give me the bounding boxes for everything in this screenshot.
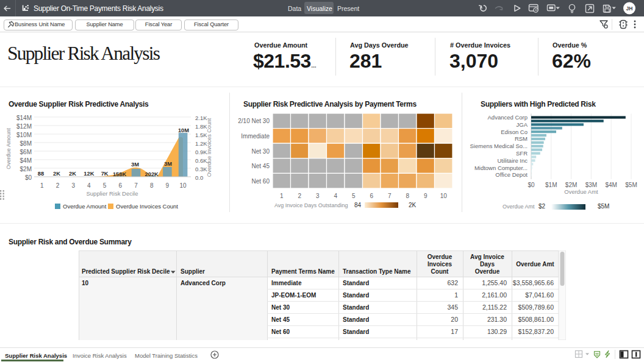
svg-text:8: 8 [150, 182, 154, 189]
svg-text:5: 5 [103, 182, 107, 189]
svg-text:10M: 10M [178, 127, 189, 133]
svg-text:SFR: SFR [516, 150, 528, 157]
svg-text:Overdue Invoices Count: Overdue Invoices Count [206, 118, 212, 177]
svg-text:2K: 2K [53, 171, 60, 177]
svg-text:Net 45: Net 45 [252, 163, 270, 169]
svg-text:Standard: Standard [343, 292, 369, 299]
svg-text:Invoices: Invoices [428, 261, 452, 268]
svg-text:4: 4 [87, 182, 91, 189]
svg-text:Overdue Invoices Count: Overdue Invoices Count [116, 203, 178, 210]
svg-text:6: 6 [119, 182, 123, 189]
svg-text:$12M: $12M [16, 123, 32, 130]
svg-text:88: 88 [38, 171, 44, 177]
svg-text:Edison Co: Edison Co [501, 129, 528, 135]
svg-text:Net 60: Net 60 [271, 328, 290, 335]
svg-text:12K: 12K [84, 171, 94, 177]
svg-text:$4M: $4M [20, 157, 32, 164]
svg-text:Supplier: Supplier [181, 268, 205, 275]
svg-text:Overdue Amount: Overdue Amount [5, 128, 12, 169]
svg-text:1: 1 [40, 182, 44, 189]
svg-text:6: 6 [370, 193, 373, 199]
svg-text:$7,041.60: $7,041.60 [525, 291, 554, 299]
svg-text:1: 1 [454, 291, 458, 299]
svg-text:7: 7 [388, 193, 392, 199]
svg-text:Payment Terms Name: Payment Terms Name [271, 268, 335, 275]
svg-text:$6M: $6M [20, 149, 32, 155]
svg-text:$5M: $5M [625, 182, 637, 188]
svg-text:9: 9 [424, 193, 428, 199]
svg-text:17: 17 [451, 328, 458, 335]
svg-text:Net 45: Net 45 [271, 316, 290, 323]
svg-text:$2: $2 [538, 203, 546, 210]
svg-text:3M: 3M [131, 161, 139, 168]
svg-text:Overdue: Overdue [428, 254, 453, 260]
svg-text:Overdue Amt: Overdue Amt [564, 188, 598, 195]
svg-text:632: 632 [447, 279, 458, 286]
svg-text:20: 20 [451, 316, 458, 323]
svg-text:202K: 202K [145, 171, 159, 177]
svg-text:$10M: $10M [16, 132, 32, 138]
svg-text:Immediate: Immediate [271, 280, 302, 286]
svg-text:Days: Days [480, 261, 495, 268]
svg-text:345: 345 [447, 303, 458, 311]
svg-text:$0: $0 [25, 174, 32, 181]
svg-text:8: 8 [406, 193, 409, 199]
svg-text:Utilitaire Inc: Utilitaire Inc [497, 157, 528, 164]
svg-text:Advanced Corp: Advanced Corp [181, 280, 226, 286]
svg-text:3M: 3M [164, 161, 172, 167]
svg-text:Overdue Amt: Overdue Amt [516, 261, 554, 268]
svg-text:2,115.22: 2,115.22 [482, 303, 507, 311]
svg-text:Immediate: Immediate [241, 133, 270, 140]
svg-text:3: 3 [72, 182, 76, 189]
svg-text:Net 30: Net 30 [252, 148, 270, 155]
svg-text:3: 3 [316, 193, 320, 199]
svg-text:Office Depot: Office Depot [495, 171, 528, 178]
svg-text:158K: 158K [113, 171, 127, 177]
svg-text:Standard: Standard [343, 316, 369, 323]
svg-text:Standard: Standard [343, 328, 369, 335]
svg-text:84: 84 [354, 202, 362, 208]
svg-text:Supplier Risk Decile: Supplier Risk Decile [86, 190, 138, 197]
svg-text:JP-EOM-1-EOM: JP-EOM-1-EOM [271, 292, 316, 299]
svg-text:1,255.40: 1,255.40 [482, 279, 507, 286]
svg-text:2K: 2K [409, 202, 417, 208]
svg-text:4: 4 [334, 193, 337, 199]
svg-text:Avg Invoice Days Outstanding: Avg Invoice Days Outstanding [274, 202, 348, 208]
svg-text:$0: $0 [528, 182, 535, 188]
svg-text:231.30: 231.30 [487, 316, 507, 323]
svg-text:7K: 7K [101, 171, 109, 177]
svg-text:Standard: Standard [343, 304, 369, 311]
svg-text:$5M: $5M [598, 203, 609, 210]
svg-text:$3M: $3M [585, 182, 597, 188]
svg-text:2/10 Net 30: 2/10 Net 30 [238, 118, 270, 124]
svg-text:Standard: Standard [343, 280, 369, 286]
svg-text:Count: Count [431, 268, 449, 275]
svg-text:2,161.00: 2,161.00 [482, 291, 507, 299]
svg-text:Net 30: Net 30 [271, 304, 290, 311]
svg-text:Avg Invoice: Avg Invoice [470, 254, 504, 260]
svg-text:10: 10 [82, 280, 89, 286]
svg-text:Transaction Type Name: Transaction Type Name [343, 268, 411, 275]
svg-text:5: 5 [352, 193, 356, 199]
svg-text:$152,837.20: $152,837.20 [518, 328, 554, 335]
svg-text:$14M: $14M [16, 115, 32, 121]
svg-text:$8M: $8M [20, 140, 32, 147]
svg-text:2: 2 [298, 193, 301, 199]
svg-text:JH: JH [626, 5, 633, 12]
svg-text:Net 60: Net 60 [252, 178, 270, 185]
svg-text:1: 1 [280, 193, 284, 199]
svg-text:10: 10 [180, 182, 187, 189]
svg-text:9: 9 [166, 182, 170, 189]
svg-text:$509,789.60: $509,789.60 [518, 303, 554, 311]
svg-text:Overdue: Overdue [475, 268, 500, 275]
svg-text:Siemens Medical So...: Siemens Medical So... [470, 143, 528, 149]
svg-text:Midtown Computer...: Midtown Computer... [474, 165, 528, 171]
svg-text:Overdue Amount: Overdue Amount [63, 203, 107, 210]
svg-text:7: 7 [134, 182, 138, 189]
svg-text:$3,558,965.66: $3,558,965.66 [513, 279, 554, 286]
svg-text:$2M: $2M [20, 166, 32, 172]
svg-text:Advanced Corp: Advanced Corp [488, 114, 528, 121]
svg-text:$508,861.00: $508,861.00 [518, 316, 554, 323]
svg-text:$1M: $1M [545, 182, 557, 188]
svg-text:Overdue Amt: Overdue Amt [503, 204, 535, 210]
